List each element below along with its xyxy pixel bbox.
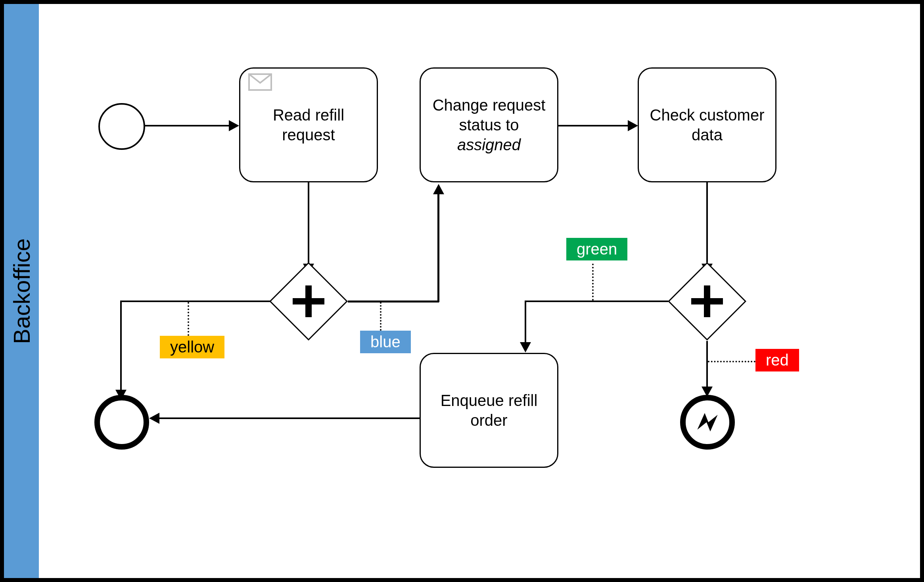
- flow-g1-to-end: [120, 301, 122, 390]
- task-label-line: Change request: [433, 95, 546, 115]
- lane-title-text: Backoffice: [8, 238, 35, 344]
- arrowhead: [433, 184, 444, 194]
- tag-red: red: [755, 349, 799, 371]
- flow-g1-to-t2: [348, 301, 439, 302]
- annotation-leader: [380, 302, 381, 331]
- flow-start-to-t1: [144, 125, 229, 126]
- plus-icon: [687, 281, 727, 321]
- task-enqueue: Enqueue refill order: [420, 353, 558, 468]
- flow-t1-to-g1: [308, 182, 309, 264]
- annotation-leader: [708, 361, 755, 362]
- flow-t3-to-g2: [706, 182, 708, 264]
- task-label-line: assigned: [457, 135, 521, 155]
- task-read-refill: Read refill request: [239, 67, 378, 182]
- arrowhead: [229, 120, 239, 131]
- svg-rect-4: [691, 298, 723, 304]
- task-change-status: Change request status to assigned: [420, 67, 558, 182]
- gateway-parallel-2: [679, 274, 735, 329]
- task-label-line: data: [692, 125, 723, 145]
- flow-g1-to-end: [120, 301, 270, 302]
- tag-yellow: yellow: [160, 336, 224, 358]
- annotation-leader: [188, 302, 189, 336]
- lane-title-bar: Backoffice: [4, 4, 39, 578]
- annotation-leader: [592, 264, 594, 301]
- svg-rect-2: [293, 298, 324, 304]
- tag-green: green: [566, 238, 627, 260]
- arrowhead: [149, 413, 159, 424]
- error-end-event: [680, 395, 735, 450]
- end-event: [94, 395, 149, 450]
- task-label-line: Enqueue refill: [441, 391, 538, 410]
- task-label-line: Check customer: [650, 105, 765, 125]
- flow-g2-to-t4: [525, 301, 668, 302]
- diagram-canvas: Read refill request yellow: [39, 4, 920, 578]
- tag-blue: blue: [360, 331, 411, 353]
- flow-t4-to-end: [159, 417, 420, 419]
- flow-g2-to-err: [706, 341, 708, 387]
- envelope-icon: [248, 73, 272, 91]
- error-bolt-icon: [694, 408, 721, 436]
- plus-icon: [289, 281, 328, 321]
- task-label-line: order: [470, 410, 507, 430]
- svg-marker-5: [697, 413, 717, 432]
- task-label-line: Read refill: [273, 105, 344, 125]
- arrowhead: [628, 120, 638, 131]
- task-label-line: status to: [459, 115, 519, 135]
- flow-t2-to-t3: [558, 125, 628, 126]
- diagram-frame: Backoffice Read refill request: [0, 0, 924, 582]
- flow-g1-to-t2: [437, 194, 439, 302]
- arrowhead: [520, 342, 531, 352]
- flow-g2-to-t4: [525, 301, 526, 342]
- gateway-parallel-1: [281, 274, 336, 329]
- task-label-line: request: [282, 125, 335, 145]
- task-check-customer: Check customer data: [638, 67, 776, 182]
- start-event: [98, 103, 145, 150]
